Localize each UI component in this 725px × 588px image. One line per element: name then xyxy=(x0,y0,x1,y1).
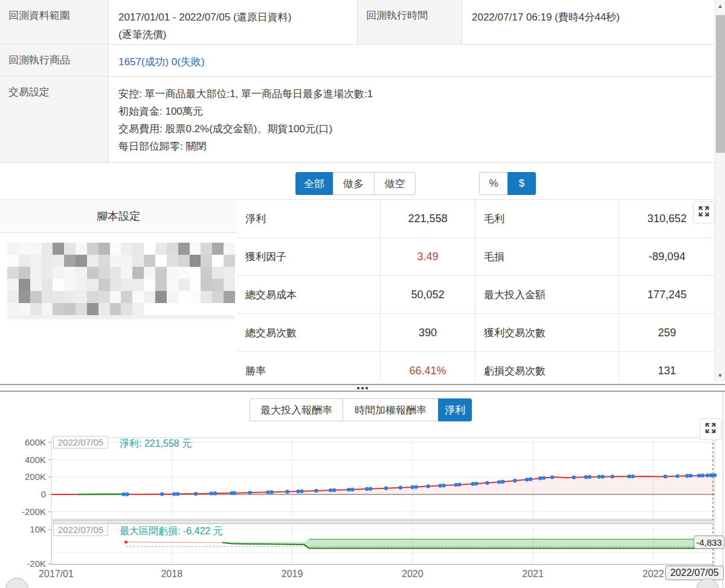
svg-text:600K: 600K xyxy=(25,437,46,447)
scroll-down-icon[interactable]: ▼ xyxy=(715,371,725,380)
drag-dot xyxy=(366,387,368,389)
stat-label: 淨利 xyxy=(237,200,381,237)
trade-setting-line: 每日部位歸零: 關閉 xyxy=(118,138,715,155)
scroll-up-icon[interactable]: ▲ xyxy=(715,1,725,11)
stats-table: 淨利 221,558 毛利 310,652 獲利因子 3.49 毛損 -89,0… xyxy=(237,199,715,382)
info-label-exec-time: 回測執行時間 xyxy=(358,0,462,45)
table-row: 總交易成本 50,052 最大投入金額 177,245 xyxy=(237,276,715,314)
stat-value: 221,558 xyxy=(381,200,475,237)
info-value-products[interactable]: 1657(成功) 0(失敗) xyxy=(109,45,715,77)
tab-net-profit[interactable]: 淨利 xyxy=(438,398,472,421)
stat-value: 390 xyxy=(381,314,475,351)
tab-all[interactable]: 全部 xyxy=(295,172,333,195)
svg-text:0: 0 xyxy=(41,489,46,499)
data-range-line2: (逐筆洗價) xyxy=(118,26,357,43)
toggle-percent[interactable]: % xyxy=(479,172,508,195)
stat-value: 50,052 xyxy=(381,276,475,313)
net-profit-annotation: 淨利: 221,558 元 xyxy=(120,438,192,450)
crosshair-value-tooltip: -4,833 xyxy=(694,535,724,549)
stat-value: 259 xyxy=(619,314,715,351)
info-label-products: 回測執行商品 xyxy=(0,45,109,77)
stat-value: 3.49 xyxy=(381,238,475,275)
expand-icon xyxy=(704,421,717,437)
info-label-trade-settings: 交易設定 xyxy=(0,77,109,163)
stat-value: 66.41% xyxy=(381,352,475,382)
info-label-data-range: 回測資料範圍 xyxy=(0,0,109,45)
stats-fullscreen-button[interactable] xyxy=(693,202,715,223)
tab-short[interactable]: 做空 xyxy=(374,172,416,195)
expand-icon xyxy=(697,205,710,220)
info-value-data-range: 2017/01/01 - 2022/07/05 (還原日資料) (逐筆洗價) xyxy=(109,0,358,45)
direction-filter-group: 全部 做多 做空 xyxy=(295,172,416,195)
info-value-exec-time: 2022/07/17 06:19 (費時4分44秒) xyxy=(462,0,715,45)
stat-value: 131 xyxy=(619,352,715,382)
tab-long[interactable]: 做多 xyxy=(332,172,375,195)
blurred-script-content xyxy=(7,243,235,319)
stat-label: 毛利 xyxy=(475,200,619,237)
chart-pane-right-border xyxy=(723,392,723,588)
unit-toggle-group: % $ xyxy=(479,172,536,195)
svg-text:2019: 2019 xyxy=(282,569,303,579)
table-row: 勝率 66.41% 虧損交易次數 131 xyxy=(237,352,715,382)
drag-dot xyxy=(357,387,359,389)
stat-label: 毛損 xyxy=(475,238,619,275)
stat-label: 勝率 xyxy=(237,352,381,382)
crosshair-date-box-top: 2022/07/05 xyxy=(53,436,108,449)
table-row: 總交易次數 390 獲利交易次數 259 xyxy=(237,314,715,352)
data-range-line1: 2017/01/01 - 2022/07/05 (還原日資料) xyxy=(118,8,357,26)
info-value-trade-settings: 安控: 單一商品最大部位:1, 單一商品每日最多進場次數:1 初始資金: 100… xyxy=(109,77,715,163)
stat-value: -89,094 xyxy=(619,238,715,275)
backtest-report-window: 回測資料範圍 2017/01/01 - 2022/07/05 (還原日資料) (… xyxy=(0,0,725,588)
script-panel-title: 腳本設定 xyxy=(0,199,237,233)
svg-text:200K: 200K xyxy=(25,471,46,482)
svg-text:2021: 2021 xyxy=(522,569,544,579)
svg-text:2018: 2018 xyxy=(161,569,182,579)
stat-label: 獲利交易次數 xyxy=(475,314,619,351)
svg-text:-200K: -200K xyxy=(22,507,46,517)
max-drawdown-annotation: 最大區間虧損: -6,422 元 xyxy=(120,525,223,538)
trade-setting-line: 初始資金: 100萬元 xyxy=(118,103,715,120)
svg-text:2020: 2020 xyxy=(402,569,424,579)
table-row: 獲利因子 3.49 毛損 -89,094 xyxy=(237,238,715,276)
stat-label: 總交易次數 xyxy=(237,314,381,351)
scrollbar-thumb[interactable] xyxy=(716,15,725,153)
drag-dot xyxy=(361,387,364,389)
svg-text:-20K: -20K xyxy=(27,558,46,569)
svg-text:400K: 400K xyxy=(25,455,46,465)
stat-label: 最大投入金額 xyxy=(475,276,619,313)
trade-setting-line: 交易費用: 股票0.2%(成交金額)、期貨100元(口) xyxy=(118,120,715,138)
svg-text:2022: 2022 xyxy=(643,569,665,579)
svg-text:2017/01: 2017/01 xyxy=(39,569,74,579)
stat-label: 總交易成本 xyxy=(237,276,381,313)
crosshair-date-box-bottom: 2022/07/05 xyxy=(53,523,108,536)
stat-value: 177,245 xyxy=(619,276,715,313)
chart-range-scrollbar[interactable] xyxy=(51,520,715,524)
toggle-dollar[interactable]: $ xyxy=(507,172,536,195)
svg-text:10K: 10K xyxy=(30,524,46,534)
crosshair-date-tooltip: 2022/07/05 xyxy=(665,566,724,580)
stat-label: 獲利因子 xyxy=(237,238,381,275)
trade-setting-line: 安控: 單一商品最大部位:1, 單一商品每日最多進場次數:1 xyxy=(118,85,715,103)
chart-fullscreen-button[interactable] xyxy=(700,418,721,440)
table-row: 淨利 221,558 毛利 310,652 xyxy=(237,200,715,238)
pane-resize-handle[interactable] xyxy=(0,384,725,392)
stat-label: 虧損交易次數 xyxy=(475,352,619,382)
vertical-scrollbar[interactable]: ▲ ▼ xyxy=(715,0,725,382)
